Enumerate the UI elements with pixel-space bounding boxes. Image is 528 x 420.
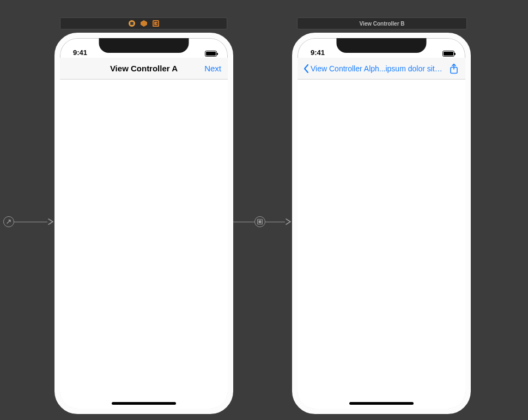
segue-line xyxy=(265,222,285,222)
notch xyxy=(337,38,427,53)
content-area-a xyxy=(60,80,228,409)
iphone-mockup-a: 9:41 View Controller A Next xyxy=(54,33,233,414)
segue-line xyxy=(14,222,47,222)
svg-rect-6 xyxy=(259,221,262,223)
share-icon xyxy=(449,63,459,74)
home-indicator xyxy=(112,402,176,405)
status-time: 9:41 xyxy=(311,48,325,57)
scene-header-b-label: View Controller B xyxy=(359,21,404,27)
storyboard-entry-point-segue[interactable] xyxy=(3,216,55,227)
scene-header-a[interactable] xyxy=(60,17,227,29)
home-indicator xyxy=(349,402,414,405)
navigation-bar-b: View Controller Alph...ipsum dolor sit a… xyxy=(298,58,465,80)
battery-icon xyxy=(205,51,217,57)
entry-point-icon xyxy=(3,216,14,227)
status-time: 9:41 xyxy=(73,48,87,57)
status-right xyxy=(442,51,454,57)
svg-marker-2 xyxy=(141,20,147,27)
share-button[interactable] xyxy=(448,63,460,75)
battery-icon xyxy=(442,51,454,57)
first-responder-icon xyxy=(140,20,148,27)
back-button[interactable]: View Controller Alph...ipsum dolor sit a… xyxy=(303,64,442,74)
navigation-bar-a: View Controller A Next xyxy=(60,58,228,80)
arrowhead-icon xyxy=(285,218,293,226)
svg-rect-1 xyxy=(130,22,133,25)
iphone-mockup-b: 9:41 View Controller Alph...ipsum dolor … xyxy=(292,33,471,414)
chevron-left-icon xyxy=(303,64,309,74)
scene-header-b[interactable]: View Controller B xyxy=(297,17,467,29)
notch xyxy=(99,38,189,53)
content-area-b xyxy=(298,80,465,409)
storyboard-show-segue[interactable] xyxy=(233,216,293,227)
next-button[interactable]: Next xyxy=(204,64,221,73)
back-button-label: View Controller Alph...ipsum dolor sit a… xyxy=(311,64,442,73)
exit-icon xyxy=(152,20,160,27)
arrowhead-icon xyxy=(47,218,55,226)
nav-title: View Controller A xyxy=(110,64,178,73)
storyboard-scene-icon xyxy=(128,20,136,27)
segue-line xyxy=(233,222,254,222)
show-segue-icon xyxy=(254,216,265,227)
status-right xyxy=(205,51,217,57)
